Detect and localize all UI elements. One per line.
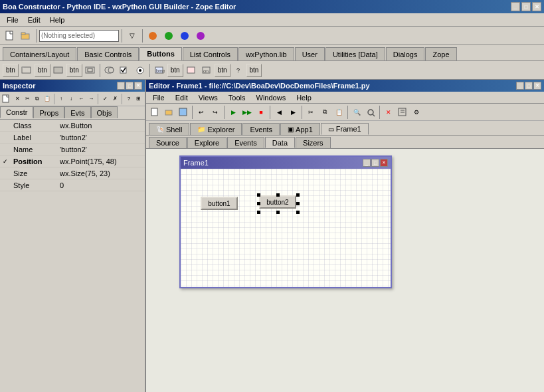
- ed-stop[interactable]: ■: [254, 106, 268, 119]
- menu-file[interactable]: File: [3, 15, 23, 25]
- component-btn1[interactable]: btn: [3, 64, 19, 77]
- ed-back[interactable]: ◀: [272, 106, 286, 119]
- ed-menu-file[interactable]: File: [149, 93, 169, 102]
- handle-bl[interactable]: [257, 211, 260, 214]
- editor-maximize[interactable]: □: [525, 82, 533, 90]
- frame1-minimize[interactable]: _: [363, 159, 371, 167]
- ed-tab-explore[interactable]: Explore: [187, 137, 227, 148]
- insp-new[interactable]: [1, 93, 12, 105]
- close-button[interactable]: ✕: [532, 2, 541, 11]
- table-row[interactable]: Label 'button2': [0, 132, 145, 144]
- row-val[interactable]: wx.Size(75, 23): [57, 169, 145, 177]
- table-row[interactable]: Style 0: [0, 179, 145, 191]
- ed-menu-edit[interactable]: Edit: [171, 93, 192, 102]
- handle-br[interactable]: [296, 211, 300, 214]
- menu-edit[interactable]: Edit: [24, 15, 45, 25]
- component-btn6[interactable]: btn: [246, 64, 262, 77]
- frame-button1[interactable]: button1: [201, 197, 238, 210]
- ed-undo[interactable]: ↩: [195, 106, 208, 119]
- handle-mr[interactable]: [296, 202, 300, 205]
- insp-left[interactable]: ←: [76, 93, 86, 105]
- ed-copy[interactable]: ⧉: [318, 106, 331, 119]
- frame-button2[interactable]: button2: [259, 195, 296, 209]
- tab-utilities[interactable]: Utilities [Data]: [325, 47, 385, 60]
- color-swatch3[interactable]: [177, 29, 192, 43]
- inspector-tab-constr[interactable]: Constr: [0, 106, 33, 118]
- insp-help[interactable]: ?: [124, 93, 134, 105]
- ed-paste[interactable]: 📋: [332, 106, 345, 119]
- insp-cut[interactable]: ✂: [23, 93, 32, 105]
- tab-containers-layout[interactable]: Containers/Layout: [3, 47, 76, 60]
- editor-close[interactable]: ✕: [533, 82, 541, 90]
- insp-expand[interactable]: ⊞: [134, 93, 143, 105]
- ed-nav-frame1[interactable]: ▭ Frame1: [321, 123, 369, 135]
- ed-menu-help[interactable]: Help: [292, 93, 316, 102]
- ed-menu-views[interactable]: Views: [195, 93, 222, 102]
- insp-up[interactable]: ↑: [56, 93, 66, 105]
- ed-delete[interactable]: ✕: [382, 106, 395, 119]
- ed-new[interactable]: [149, 106, 162, 119]
- handle-bm[interactable]: [276, 211, 280, 214]
- ed-open[interactable]: [163, 106, 176, 119]
- component-icon4[interactable]: [102, 63, 117, 78]
- row-val[interactable]: 0: [57, 181, 145, 189]
- maximize-button[interactable]: □: [521, 2, 531, 11]
- tab-dialogs[interactable]: Dialogs: [386, 47, 425, 60]
- component-icon10[interactable]: ?: [231, 63, 246, 78]
- component-icon7[interactable]: bmp: [152, 63, 167, 78]
- insp-copy[interactable]: ⧉: [33, 93, 42, 105]
- component-icon3[interactable]: [83, 63, 98, 78]
- ed-nav-shell[interactable]: 🐚 Shell: [149, 123, 189, 135]
- ed-nav-explorer[interactable]: 📁 Explorer: [190, 123, 242, 135]
- inspector-minimize[interactable]: _: [117, 82, 125, 90]
- ed-tab-events[interactable]: Events: [227, 137, 264, 148]
- open-button[interactable]: [19, 29, 33, 43]
- inspector-tab-objs[interactable]: Objs: [91, 106, 118, 118]
- component-btn2[interactable]: btn: [35, 64, 50, 77]
- row-val[interactable]: wx.Point(175, 48): [57, 157, 145, 165]
- insp-delete[interactable]: ✕: [13, 93, 22, 105]
- frame-button2-container[interactable]: button2: [259, 195, 296, 209]
- ed-menu-tools[interactable]: Tools: [225, 93, 250, 102]
- insp-down[interactable]: ↓: [66, 93, 76, 105]
- inspector-close[interactable]: ✕: [134, 82, 142, 90]
- insp-right[interactable]: →: [86, 93, 96, 105]
- color-swatch2[interactable]: [161, 29, 176, 43]
- tab-wxpython-lib[interactable]: wxPython.lib: [238, 47, 294, 60]
- handle-tr[interactable]: [296, 193, 300, 197]
- ed-forward[interactable]: ▶: [286, 106, 300, 119]
- component-icon5[interactable]: [118, 63, 132, 78]
- ed-tab-sizers[interactable]: Sizers: [296, 137, 331, 148]
- tab-list-controls[interactable]: List Controls: [183, 47, 238, 60]
- new-button[interactable]: [3, 29, 17, 43]
- ed-redo[interactable]: ↪: [209, 106, 222, 119]
- ed-tab-source[interactable]: Source: [149, 137, 187, 148]
- ed-tab-data[interactable]: Data: [265, 137, 295, 148]
- frame1-maximize[interactable]: □: [371, 159, 379, 167]
- ed-nav-app1[interactable]: ▣ App1: [280, 123, 320, 135]
- insp-cross[interactable]: ✗: [110, 93, 120, 105]
- frame1-window[interactable]: Frame1 _ □ ✕ button1: [179, 155, 392, 288]
- frame1-close[interactable]: ✕: [380, 159, 388, 167]
- ed-cut[interactable]: ✂: [304, 106, 317, 119]
- ed-nav-events[interactable]: Events: [242, 123, 280, 135]
- ed-save[interactable]: [177, 106, 190, 119]
- component-icon1[interactable]: [19, 63, 34, 78]
- ed-run2[interactable]: ▶▶: [240, 106, 254, 119]
- ed-menu-windows[interactable]: Windows: [252, 93, 290, 102]
- component-btn4[interactable]: btn: [167, 64, 183, 77]
- ed-run[interactable]: ▶: [227, 106, 240, 119]
- color-swatch4[interactable]: [193, 29, 208, 43]
- selection-input[interactable]: [39, 30, 119, 42]
- tab-user[interactable]: User: [295, 47, 325, 60]
- filter-button[interactable]: ▽: [125, 29, 139, 43]
- row-val[interactable]: 'button2': [57, 134, 145, 142]
- row-val[interactable]: 'button2': [57, 146, 145, 153]
- inspector-tab-props[interactable]: Props: [33, 106, 64, 118]
- minimize-button[interactable]: _: [511, 2, 520, 11]
- ed-align[interactable]: [396, 106, 409, 119]
- table-row[interactable]: ✓ Position wx.Point(175, 48): [0, 155, 145, 167]
- color-swatch1[interactable]: [145, 29, 160, 43]
- tab-buttons[interactable]: Buttons: [139, 47, 182, 60]
- handle-ml[interactable]: [257, 202, 260, 205]
